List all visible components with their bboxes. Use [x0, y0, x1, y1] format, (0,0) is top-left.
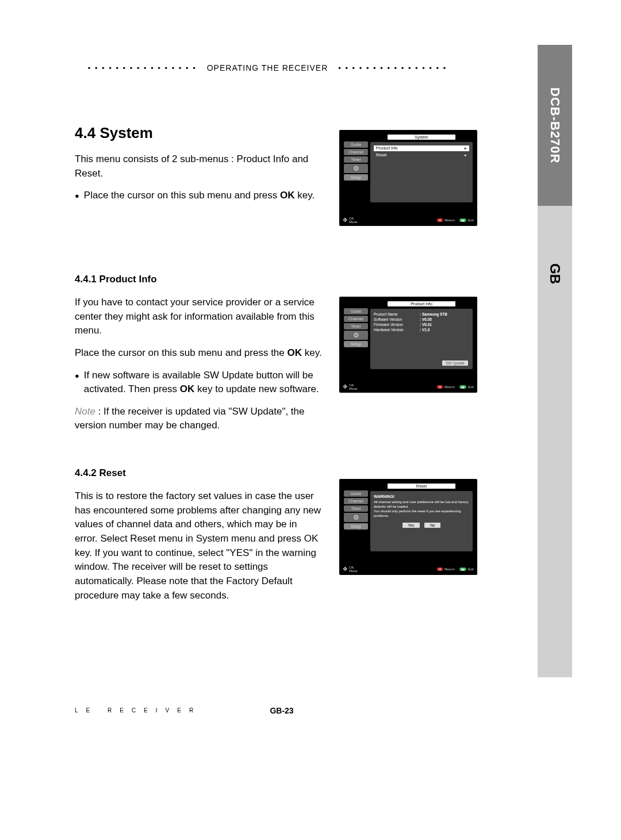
- dpad-icon: ✥: [343, 385, 347, 389]
- gear-icon: ⚙: [344, 513, 368, 522]
- model-tab: DCB-B270R: [538, 45, 572, 206]
- osd-menu-col: Guide Channel Timer ⚙ Setup: [344, 141, 368, 182]
- dot-left-icon: • • • • • • • • • • • • • • • •: [78, 64, 207, 72]
- dpad-icon: ✥: [343, 567, 347, 571]
- prod-note: Note : If the receiver is updated via "S…: [75, 405, 322, 433]
- h-reset: 4.4.2 Reset: [75, 467, 489, 479]
- note-label: Note: [75, 406, 95, 417]
- footer-left: LE RECEIVER: [75, 707, 201, 714]
- running-header: • • • • • • • • • • • • • • • • OPERATIN…: [60, 63, 474, 72]
- warning-title: WARNING!: [374, 494, 469, 498]
- screenshot-system: Guide Channel Timer ⚙ Setup System Produ…: [339, 130, 477, 226]
- screenshot-product-info: Guide Channel Timer ⚙ Setup Product Info…: [339, 297, 477, 393]
- system-bullet-1: ● Place the cursor on this sub menu and …: [75, 189, 322, 203]
- side-tab: DCB-B270R GB: [538, 45, 572, 677]
- osd-title: Product Info: [388, 301, 455, 306]
- osd-title: System: [388, 135, 455, 140]
- bullet-icon: ●: [75, 371, 79, 399]
- warning-body: All channel setting and user preference …: [374, 500, 469, 518]
- lang-tab: GB: [538, 206, 572, 677]
- model-label: DCB-B270R: [547, 87, 562, 163]
- osd-title: Reset: [388, 484, 455, 489]
- prod-p1: If you have to contact your service prov…: [75, 296, 322, 338]
- gear-icon: ⚙: [344, 331, 368, 340]
- page-number: GB-23: [270, 706, 293, 715]
- header-title: OPERATING THE RECEIVER: [207, 63, 328, 72]
- osd-row-reset: Reset: [374, 152, 469, 158]
- bullet-icon: ●: [75, 191, 79, 205]
- section-system: 4.4 System This menu consists of 2 sub-m…: [75, 124, 489, 239]
- gear-icon: ⚙: [344, 164, 368, 173]
- lang-label: GB: [547, 263, 563, 284]
- prod-p2: Place the cursor on this sub menu and pr…: [75, 346, 322, 360]
- section-reset: 4.4.2 Reset This is to restore the facto…: [75, 467, 489, 617]
- reset-body: This is to restore the factory set value…: [75, 489, 322, 603]
- yes-button: Yes: [402, 523, 420, 528]
- no-button: No: [424, 523, 440, 528]
- exit-icon: ▮▮: [459, 218, 466, 222]
- screenshot-reset: Guide Channel Timer ⚙ Setup Reset WARNIN…: [339, 479, 477, 575]
- body-column: • • • • • • • • • • • • • • • • OPERATIN…: [75, 63, 489, 617]
- h-product-info: 4.4.1 Product Info: [75, 274, 489, 285]
- dpad-icon: ✥: [343, 218, 347, 223]
- return-icon: ⟲: [437, 218, 443, 222]
- dot-right-icon: • • • • • • • • • • • • • • • •: [328, 64, 457, 72]
- osd-footer: ✥OKMove ⟲Return ▮▮Exit: [343, 217, 474, 224]
- section-product-info: 4.4.1 Product Info If you have to contac…: [75, 274, 489, 433]
- page-footer: LE RECEIVER GB-23: [75, 707, 489, 714]
- prod-bullet-1: ● If new software is available SW Update…: [75, 369, 322, 397]
- yes-no-row: Yes No: [374, 523, 469, 528]
- system-intro: This menu consists of 2 sub-menus : Prod…: [75, 152, 322, 181]
- sw-update-button: SW Update: [442, 360, 468, 366]
- osd-row-product-info: Product Info: [374, 145, 469, 151]
- manual-page: DCB-B270R GB • • • • • • • • • • • • • •…: [0, 0, 621, 840]
